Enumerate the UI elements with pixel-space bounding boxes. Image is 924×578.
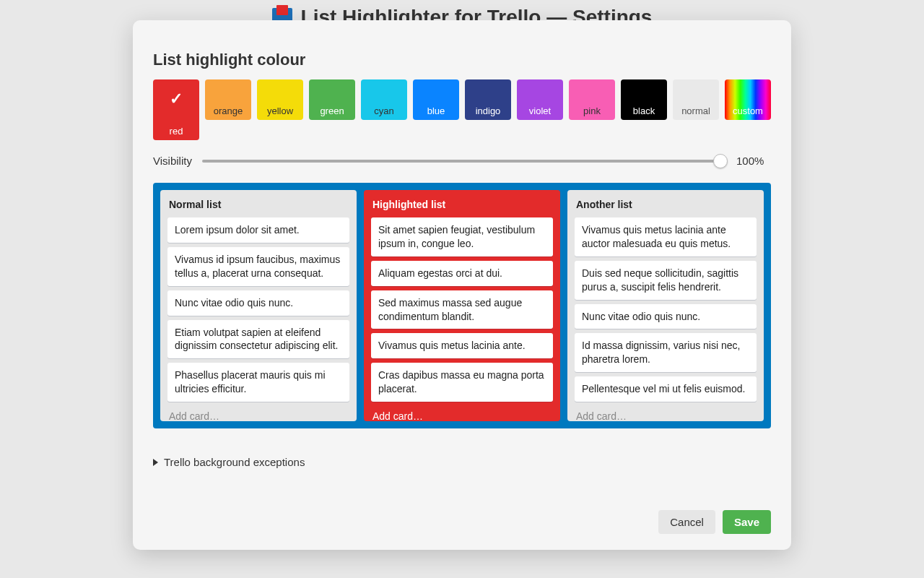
preview-card: Aliquam egestas orci at dui. [371, 261, 553, 286]
save-button[interactable]: Save [723, 510, 771, 534]
preview-card: Cras dapibus massa eu magna porta placer… [371, 363, 553, 402]
preview-card: Vivamus quis metus lacinia ante auctor m… [575, 217, 757, 256]
visibility-row: Visibility 100% [153, 155, 771, 167]
add-card-button[interactable]: Add card… [371, 406, 553, 422]
preview-list: Highlighted listSit amet sapien feugiat,… [364, 190, 560, 421]
swatch-label: orange [214, 105, 243, 116]
preview-card: Lorem ipsum dolor sit amet. [167, 217, 349, 243]
color-swatch-row: ✓redorangeyellowgreencyanblueindigoviole… [153, 79, 771, 140]
section-title: List highlight colour [153, 51, 771, 69]
add-card-button[interactable]: Add card… [575, 406, 757, 422]
slider-thumb-icon[interactable] [713, 154, 728, 168]
settings-modal: List highlight colour ✓redorangeyellowgr… [133, 20, 791, 550]
swatch-label: blue [427, 105, 445, 116]
visibility-label: Visibility [153, 155, 192, 167]
preview-card: Id massa dignissim, varius nisi nec, pha… [575, 333, 757, 372]
swatch-label: indigo [476, 105, 501, 116]
color-swatch-cyan[interactable]: cyan [361, 79, 407, 120]
preview-list: Another listVivamus quis metus lacinia a… [567, 190, 764, 421]
swatch-label: yellow [267, 105, 293, 116]
visibility-slider[interactable] [202, 160, 726, 163]
color-swatch-red[interactable]: ✓red [153, 79, 199, 140]
swatch-label: black [633, 105, 655, 116]
color-swatch-custom[interactable]: custom [725, 79, 771, 120]
preview-card: Duis sed neque sollicitudin, sagittis pu… [575, 261, 757, 300]
swatch-label: green [320, 105, 344, 116]
preview-card: Phasellus placerat mauris quis mi ultric… [167, 363, 349, 402]
cancel-button[interactable]: Cancel [658, 510, 715, 534]
preview-card: Sit amet sapien feugiat, vestibulum ipsu… [371, 217, 553, 256]
color-swatch-violet[interactable]: violet [517, 79, 563, 120]
swatch-label: custom [733, 105, 763, 116]
color-swatch-blue[interactable]: blue [413, 79, 459, 120]
exceptions-disclosure[interactable]: Trello background exceptions [153, 456, 771, 468]
preview-list-title: Normal list [167, 197, 349, 213]
swatch-label: normal [681, 105, 710, 116]
swatch-label: pink [583, 105, 601, 116]
exceptions-label: Trello background exceptions [164, 456, 305, 468]
swatch-label: violet [529, 105, 551, 116]
preview-board: Normal listLorem ipsum dolor sit amet.Vi… [153, 183, 771, 428]
preview-card: Vivamus id ipsum faucibus, maximus tellu… [167, 247, 349, 286]
add-card-button[interactable]: Add card… [167, 406, 349, 422]
preview-list-title: Another list [575, 197, 757, 213]
color-swatch-indigo[interactable]: indigo [465, 79, 511, 120]
check-icon: ✓ [170, 90, 183, 108]
dialog-buttons: Cancel Save [153, 510, 771, 534]
preview-card: Nunc vitae odio quis nunc. [575, 304, 757, 329]
color-swatch-green[interactable]: green [309, 79, 355, 120]
color-swatch-pink[interactable]: pink [569, 79, 615, 120]
preview-list: Normal listLorem ipsum dolor sit amet.Vi… [160, 190, 357, 421]
preview-card: Sed maximus massa sed augue condimentum … [371, 290, 553, 329]
color-swatch-normal[interactable]: normal [673, 79, 719, 120]
preview-card: Pellentesque vel mi ut felis euismod. [575, 376, 757, 402]
preview-card: Nunc vitae odio quis nunc. [167, 290, 349, 316]
disclosure-triangle-icon [153, 459, 158, 466]
preview-card: Etiam volutpat sapien at eleifend dignis… [167, 320, 349, 359]
swatch-label: red [170, 126, 183, 137]
swatch-label: cyan [374, 105, 393, 116]
visibility-value: 100% [736, 155, 771, 167]
preview-list-title: Highlighted list [371, 197, 553, 213]
color-swatch-black[interactable]: black [621, 79, 667, 120]
color-swatch-orange[interactable]: orange [205, 79, 251, 120]
preview-card: Vivamus quis metus lacinia ante. [371, 333, 553, 358]
color-swatch-yellow[interactable]: yellow [257, 79, 303, 120]
